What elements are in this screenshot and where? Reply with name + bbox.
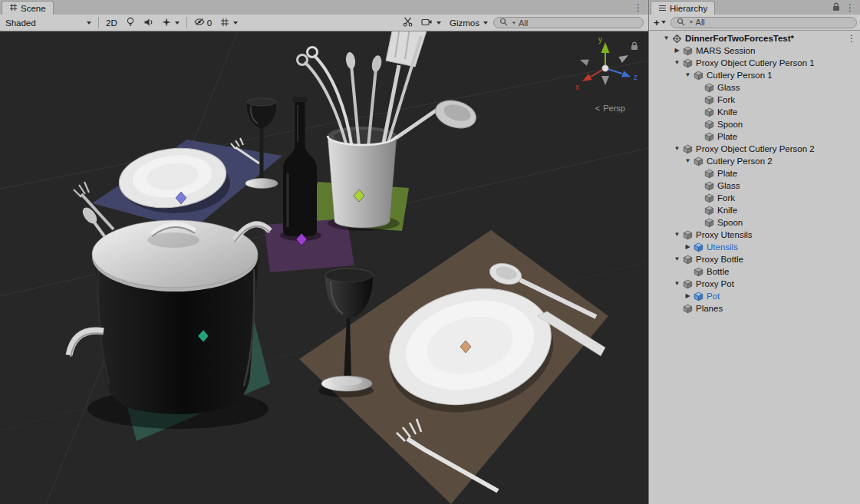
hierarchy-row-proxy-bottle[interactable]: ▼Proxy Bottle	[649, 253, 860, 265]
scene-effects-dropdown[interactable]	[159, 16, 183, 29]
hierarchy-row-glass[interactable]: Glass	[649, 180, 860, 192]
grid-snapping-dropdown[interactable]	[217, 16, 241, 29]
expand-arrow[interactable]: ▼	[683, 69, 693, 81]
camera-icon	[421, 18, 433, 28]
gizmo-y-axis-cone[interactable]	[601, 42, 610, 53]
scene-tools-button[interactable]	[400, 16, 416, 29]
gizmos-label: Gizmos	[450, 18, 479, 28]
hierarchy-item-label: Plate	[717, 169, 737, 178]
hierarchy-row-proxy-utensils[interactable]: ▼Proxy Utensils	[649, 229, 860, 241]
scene-search-value: All	[519, 18, 528, 28]
scene-audio-button[interactable]	[140, 16, 157, 29]
hierarchy-row-dinnerfortwoforcestest[interactable]: ▼DinnerForTwoForcesTest*⋮	[649, 32, 860, 44]
expand-arrow[interactable]: ▼	[672, 229, 682, 241]
persp-chevron-icon: <	[595, 104, 600, 113]
scene-toolbar: Shaded 2D	[0, 15, 648, 31]
create-object-dropdown[interactable]: +	[652, 17, 667, 28]
gizmo-z-axis-cone[interactable]	[621, 71, 631, 77]
scene-tab-label: Scene	[21, 4, 46, 13]
hierarchy-item-label: Knife	[717, 107, 737, 117]
plus-icon: +	[654, 17, 660, 28]
hidden-objects-toggle[interactable]: 0	[191, 16, 215, 29]
effects-star-icon	[162, 18, 171, 28]
chevron-down-icon	[87, 21, 91, 25]
gameobject-icon	[703, 82, 715, 93]
scene-viewport[interactable]: y x z < Persp	[0, 31, 648, 504]
scene-search-field[interactable]: All	[493, 17, 644, 28]
hierarchy-row-fork[interactable]: Fork	[649, 192, 860, 204]
hierarchy-row-mars-session[interactable]: ▶MARS Session	[649, 44, 860, 57]
hamburger-icon	[658, 4, 667, 13]
hierarchy-row-utensils[interactable]: ▶Utensils	[649, 241, 860, 253]
grid-icon	[220, 18, 229, 28]
hierarchy-item-label: Proxy Object Cutlery Person 2	[696, 144, 815, 153]
prefab-icon	[693, 291, 704, 301]
gizmo-negative-axis-cone[interactable]	[618, 55, 628, 63]
hierarchy-menu-kebab-icon[interactable]: ⋮	[845, 3, 855, 12]
expand-arrow[interactable]: ▶	[683, 290, 693, 302]
hierarchy-row-plate[interactable]: Plate	[649, 130, 860, 143]
hierarchy-row-cutlery-person-1[interactable]: ▼Cutlery Person 1	[649, 69, 860, 81]
hierarchy-row-planes[interactable]: Planes	[649, 302, 860, 315]
gizmo-center-handle[interactable]	[602, 65, 608, 71]
scissors-icon	[403, 17, 413, 28]
gameobject-icon	[703, 119, 715, 130]
hierarchy-item-label: Proxy Pot	[696, 279, 734, 288]
projection-mode-toggle[interactable]: < Persp	[595, 104, 625, 113]
hierarchy-row-plate[interactable]: Plate	[649, 167, 860, 180]
tab-hierarchy[interactable]: Hierarchy	[651, 1, 715, 15]
panel-lock-icon[interactable]	[832, 1, 840, 15]
expand-arrow[interactable]: ▶	[683, 241, 693, 253]
speaker-icon	[143, 18, 153, 28]
orientation-gizmo[interactable]: y x z	[555, 31, 647, 100]
hierarchy-row-spoon[interactable]: Spoon	[649, 216, 860, 229]
gizmo-x-label: x	[575, 83, 579, 91]
hierarchy-row-knife[interactable]: Knife	[649, 106, 860, 118]
hierarchy-row-bottle[interactable]: Bottle	[649, 265, 860, 278]
scene-3d-render[interactable]	[0, 31, 648, 504]
gizmo-negative-axis-cone[interactable]	[580, 59, 589, 65]
hierarchy-item-label: Bottle	[707, 267, 729, 276]
gizmo-lock-icon[interactable]	[631, 42, 638, 50]
hierarchy-row-pot[interactable]: ▶Pot	[649, 290, 860, 302]
hierarchy-row-proxy-object-cutlery-person-1[interactable]: ▼Proxy Object Cutlery Person 1	[649, 57, 860, 69]
hidden-objects-count: 0	[207, 18, 212, 28]
gameobject-icon	[703, 131, 715, 142]
scene-lighting-button[interactable]	[123, 16, 138, 29]
hierarchy-row-proxy-pot[interactable]: ▼Proxy Pot	[649, 278, 860, 290]
scene-panel: Scene ⋮ Shaded 2D	[0, 0, 648, 504]
expand-arrow[interactable]: ▼	[683, 155, 693, 167]
scene-camera-dropdown[interactable]	[418, 16, 444, 29]
scene-tab-menu-kebab-icon[interactable]: ⋮	[634, 3, 643, 12]
gizmo-negative-axis-cone[interactable]	[601, 76, 609, 85]
gizmos-dropdown[interactable]: Gizmos	[446, 16, 491, 29]
expand-arrow[interactable]: ▼	[672, 143, 682, 155]
prefab-icon	[693, 242, 704, 252]
gameobject-icon	[703, 168, 715, 179]
hierarchy-row-knife[interactable]: Knife	[649, 204, 860, 216]
hierarchy-search-field[interactable]: All	[671, 17, 857, 28]
hierarchy-row-glass[interactable]: Glass	[649, 81, 860, 94]
expand-arrow[interactable]: ▶	[672, 44, 682, 57]
shading-mode-dropdown[interactable]: Shaded	[2, 16, 94, 29]
scene-options-kebab-icon[interactable]: ⋮	[847, 33, 860, 44]
gameobject-icon	[703, 193, 715, 203]
hierarchy-item-label: Cutlery Person 2	[707, 156, 773, 166]
toggle-2d-label: 2D	[106, 18, 117, 28]
hierarchy-row-cutlery-person-2[interactable]: ▼Cutlery Person 2	[649, 155, 860, 167]
hierarchy-item-label: Fork	[717, 193, 735, 203]
tab-scene[interactable]: Scene	[2, 1, 54, 15]
gizmo-x-axis-cone[interactable]	[582, 74, 592, 81]
expand-arrow[interactable]: ▼	[672, 57, 682, 69]
expand-arrow[interactable]: ▼	[661, 32, 671, 44]
hierarchy-item-label: Cutlery Person 1	[707, 71, 773, 80]
gameobject-icon	[682, 254, 694, 265]
hierarchy-row-proxy-object-cutlery-person-2[interactable]: ▼Proxy Object Cutlery Person 2	[649, 143, 860, 155]
hierarchy-search-value: All	[696, 18, 705, 27]
expand-arrow[interactable]: ▼	[672, 278, 682, 290]
expand-arrow[interactable]: ▼	[672, 253, 682, 265]
toggle-2d-button[interactable]: 2D	[103, 16, 120, 29]
hierarchy-item-label: Glass	[717, 83, 740, 92]
hierarchy-row-fork[interactable]: Fork	[649, 94, 860, 106]
hierarchy-row-spoon[interactable]: Spoon	[649, 118, 860, 130]
